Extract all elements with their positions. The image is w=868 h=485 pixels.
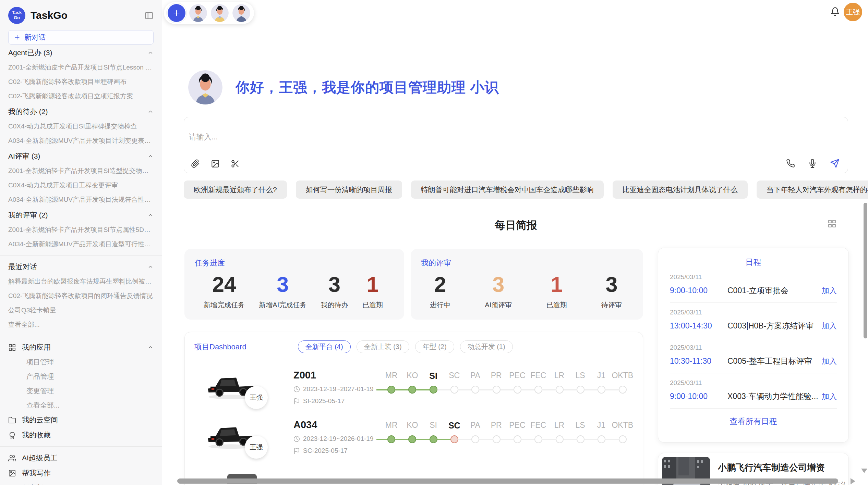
dashboard-filter-chip[interactable]: 全新上装 (3): [357, 340, 409, 353]
app-item[interactable]: 查看全部...: [8, 398, 154, 412]
sidebar-item[interactable]: A034-全新新能源MUV产品开发项目造型可行性评审: [8, 237, 154, 251]
scroll-down-arrow[interactable]: [861, 469, 867, 473]
project-name[interactable]: A034: [293, 419, 381, 431]
milestone-dot-PA[interactable]: [471, 435, 479, 443]
sidebar-item-favorites[interactable]: 我的收藏: [8, 427, 154, 443]
send-icon[interactable]: [830, 159, 840, 168]
agent-avatar-3[interactable]: [232, 4, 250, 22]
sidebar-item[interactable]: Z001-全新燃油皮卡产品开发项目SI节点Lesson Learn报告: [8, 60, 154, 75]
chat-input[interactable]: [189, 120, 703, 154]
milestone-dot-KO[interactable]: [408, 386, 416, 394]
recent-chat-item[interactable]: 公司Q3轻卡销量: [8, 303, 154, 318]
layout-grid-icon[interactable]: [828, 219, 836, 228]
recent-chat-item[interactable]: C02-飞腾新能源轻客改款项目的闭环通告反馈情况: [8, 289, 154, 303]
mic-icon[interactable]: [808, 159, 817, 168]
agent-avatar-2[interactable]: [211, 4, 229, 22]
suggestion-chip[interactable]: 当下年轻人对汽车外观有怎样的喜好趋势: [757, 181, 868, 199]
milestone-dot-LR[interactable]: [556, 386, 564, 394]
paperclip-icon[interactable]: [191, 159, 200, 168]
sidebar-item[interactable]: A034-全新新能源MUV产品开发项目法规符合性评审: [8, 192, 154, 207]
chevron-up-icon[interactable]: [147, 153, 154, 159]
dashboard-filter-chip[interactable]: 全新平台 (4): [298, 340, 351, 353]
milestone-dot-PA[interactable]: [471, 386, 479, 394]
join-link[interactable]: 加入: [822, 286, 837, 296]
sidebar-item[interactable]: Z001-全新燃油轻卡产品开发项目SI造型提交物评审: [8, 164, 154, 178]
input-action-icons: [786, 159, 840, 168]
milestone-dot-SC[interactable]: [450, 386, 458, 394]
sidebar-tool-item[interactable]: 帮我写作: [8, 465, 154, 481]
milestone-dot-PR[interactable]: [493, 435, 501, 443]
schedule-event: 2025/03/11 9:00-10:00 C001-立项审批会 加入: [670, 268, 837, 303]
phone-icon[interactable]: [786, 159, 795, 168]
milestone-dot-PR[interactable]: [493, 386, 501, 394]
app-item[interactable]: 产品管理: [8, 369, 154, 384]
sidebar-tool-item[interactable]: AI超级员工: [8, 450, 154, 465]
suggestion-chip[interactable]: 比亚迪全固态电池计划具体说了什么: [613, 181, 748, 199]
milestone-dot-OKTB[interactable]: [619, 386, 627, 394]
sidebar-tool-item[interactable]: 创意制图: [8, 481, 154, 485]
milestone-dot-LS[interactable]: [577, 386, 584, 394]
sidebar-item[interactable]: A034-全新新能源MUV产品开发项目计划变更表编写: [8, 134, 154, 148]
dashboard-filter-chip[interactable]: 动总开发 (1): [460, 340, 513, 353]
new-chat-button[interactable]: 新对话: [8, 30, 154, 45]
sidebar-section-header[interactable]: 我的评审 (2): [8, 208, 154, 223]
sidebar-section-header[interactable]: AI评审 (3): [8, 149, 154, 164]
view-all-schedule-link[interactable]: 查看所有日程: [670, 416, 837, 427]
app-item[interactable]: 项目管理: [8, 355, 154, 369]
project-owner-badge[interactable]: 王强: [245, 386, 268, 409]
sidebar-item-my-apps[interactable]: 我的应用: [8, 340, 154, 355]
milestone-dot-LR[interactable]: [556, 435, 564, 443]
sidebar-collapse-icon[interactable]: [144, 11, 154, 20]
sidebar-item[interactable]: C0X4-动力总成开发项目工程变更评审: [8, 178, 154, 192]
add-agent-button[interactable]: [168, 4, 185, 22]
vertical-scrollbar[interactable]: [864, 203, 867, 338]
join-link[interactable]: 加入: [822, 356, 837, 366]
suggestion-chip[interactable]: 欧洲新规最近颁布了什么?: [184, 181, 287, 199]
chevron-up-icon[interactable]: [147, 212, 154, 218]
milestone-dot-J1[interactable]: [598, 435, 605, 443]
user-avatar[interactable]: 王强: [844, 3, 862, 21]
recent-chats-header[interactable]: 最近对话: [8, 259, 154, 274]
milestone-dot-FEC[interactable]: [534, 435, 542, 443]
milestone-dot-J1[interactable]: [598, 386, 605, 394]
app-item[interactable]: 变更管理: [8, 384, 154, 398]
milestone-dot-KO[interactable]: [408, 435, 416, 443]
milestone-dot-PEC[interactable]: [514, 386, 521, 394]
milestone-dot-LS[interactable]: [577, 435, 584, 443]
horizontal-scrollbar[interactable]: [177, 478, 838, 484]
project-name[interactable]: Z001: [293, 370, 381, 381]
scroll-right-arrow[interactable]: [851, 478, 855, 484]
suggestion-chip[interactable]: 如何写一份清晰的项目周报: [296, 181, 402, 199]
sidebar-item-cloud-space[interactable]: 我的云空间: [8, 412, 154, 427]
sidebar-section-header[interactable]: 我的待办 (2): [8, 104, 154, 119]
scissors-icon[interactable]: [231, 159, 240, 168]
sidebar-item[interactable]: C0X4-动力总成开发项目SI里程碑提交物检查: [8, 119, 154, 134]
milestone-dot-SI[interactable]: [430, 386, 437, 394]
sidebar-section-header[interactable]: Agent已办 (3): [8, 45, 154, 60]
chevron-up-icon[interactable]: [147, 344, 154, 350]
milestone-dot-MR[interactable]: [387, 386, 395, 394]
join-link[interactable]: 加入: [822, 391, 837, 402]
suggestion-chip[interactable]: 特朗普可能对进口汽车增税会对中国车企造成哪些影响: [411, 181, 604, 199]
sidebar-item[interactable]: Z001-全新燃油轻卡产品开发项目SI节点属性5D文件评审: [8, 223, 154, 237]
milestone-label: PEC: [507, 371, 528, 381]
milestone-dot-SI[interactable]: [430, 435, 437, 443]
sidebar-item[interactable]: C02-飞腾新能源轻客改款项目里程碑画布: [8, 75, 154, 89]
chevron-up-icon[interactable]: [147, 109, 154, 115]
milestone-dot-FEC[interactable]: [534, 386, 542, 394]
sidebar-item[interactable]: C02-飞腾新能源轻客改款项目立项汇报方案: [8, 89, 154, 103]
milestone-dot-PEC[interactable]: [514, 435, 521, 443]
milestone-dot-MR[interactable]: [387, 435, 395, 443]
notification-bell-icon[interactable]: [830, 7, 840, 16]
chevron-up-icon[interactable]: [147, 264, 154, 270]
chevron-up-icon[interactable]: [147, 50, 154, 56]
milestone-dot-SC[interactable]: [450, 435, 458, 443]
image-icon[interactable]: [211, 159, 220, 168]
dashboard-filter-chip[interactable]: 年型 (2): [415, 340, 454, 353]
recent-chat-item[interactable]: 解释最新出台的欧盟报废车法规再生塑料比例被调至15%...: [8, 274, 154, 289]
agent-avatar-1[interactable]: [189, 4, 207, 22]
project-owner-badge[interactable]: 王强: [245, 436, 268, 459]
join-link[interactable]: 加入: [822, 321, 837, 331]
milestone-dot-OKTB[interactable]: [619, 435, 627, 443]
recent-chat-item[interactable]: 查看全部...: [8, 318, 154, 332]
